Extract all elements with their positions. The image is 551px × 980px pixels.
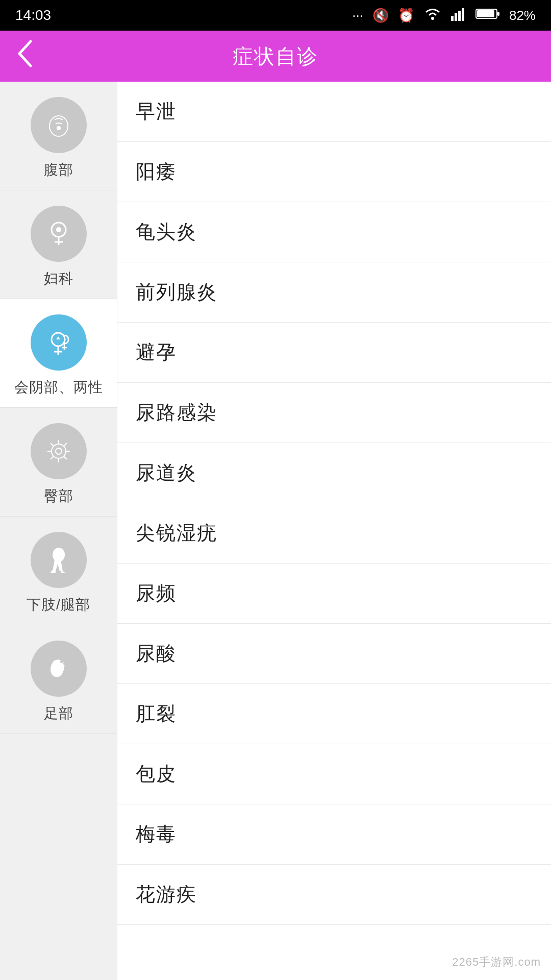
zubu-label: 足部 xyxy=(44,704,73,723)
svg-point-29 xyxy=(53,548,65,562)
svg-rect-3 xyxy=(458,11,461,21)
list-item[interactable]: 包皮 xyxy=(117,744,551,804)
list-item[interactable]: 阳痿 xyxy=(117,142,551,202)
signal-dots: ··· xyxy=(352,8,363,23)
sidebar: 腹部 妇科 xyxy=(0,82,117,980)
list-item[interactable]: 避孕 xyxy=(117,323,551,383)
main-content: 腹部 妇科 xyxy=(0,82,551,980)
svg-rect-4 xyxy=(462,8,464,21)
svg-point-30 xyxy=(60,660,63,663)
list-item[interactable]: 龟头炎 xyxy=(117,202,551,262)
battery-percent: 82% xyxy=(509,8,536,23)
list-item[interactable]: 前列腺炎 xyxy=(117,262,551,323)
list-item-text: 尿路感染 xyxy=(136,400,217,426)
fuke-icon xyxy=(31,206,87,262)
list-item[interactable]: 尿酸 xyxy=(117,624,551,684)
svg-line-25 xyxy=(51,443,54,446)
svg-point-32 xyxy=(64,666,67,669)
svg-point-0 xyxy=(431,17,434,20)
list-item-text: 花游疾 xyxy=(136,881,197,908)
fuke-label: 妇科 xyxy=(44,269,73,288)
list-item-text: 尿酸 xyxy=(136,641,177,667)
mute-icon: 🔇 xyxy=(372,8,389,23)
zubu-icon xyxy=(31,641,87,697)
status-bar: 14:03 ··· 🔇 ⏰ xyxy=(0,0,551,31)
svg-point-33 xyxy=(63,670,66,673)
list-item-text: 包皮 xyxy=(136,761,177,787)
list-item-text: 前列腺炎 xyxy=(136,279,217,305)
list-item[interactable]: 尿路感染 xyxy=(117,383,551,443)
svg-line-28 xyxy=(64,456,67,459)
svg-rect-7 xyxy=(497,12,499,16)
list-item[interactable]: 早泄 xyxy=(117,82,551,142)
list-item-text: 早泄 xyxy=(136,99,177,125)
list-item-text: 肛裂 xyxy=(136,701,177,727)
tunbu-icon xyxy=(31,423,87,479)
list-item-text: 尿频 xyxy=(136,580,177,606)
svg-line-26 xyxy=(64,443,67,446)
list-item[interactable]: 尿频 xyxy=(117,564,551,624)
watermark: 2265手游网.com xyxy=(452,954,541,970)
sidebar-item-fuke[interactable]: 妇科 xyxy=(0,190,117,299)
list-item[interactable]: 梅毒 xyxy=(117,804,551,865)
item-list: 早泄阳痿龟头炎前列腺炎避孕尿路感染尿道炎尖锐湿疣尿频尿酸肛裂包皮梅毒花游疾 xyxy=(117,82,551,980)
sidebar-item-fubu[interactable]: 腹部 xyxy=(0,82,117,190)
svg-rect-1 xyxy=(451,16,454,21)
signal-icon xyxy=(451,7,466,24)
sidebar-item-huiyinbu[interactable]: 会阴部、两性 xyxy=(0,299,117,408)
status-icons: ··· 🔇 ⏰ 82% xyxy=(352,7,536,24)
list-item-text: 阳痿 xyxy=(136,159,177,185)
sidebar-item-tunbu[interactable]: 臀部 xyxy=(0,408,117,517)
svg-point-19 xyxy=(52,444,66,458)
fubu-label: 腹部 xyxy=(44,160,73,180)
svg-point-9 xyxy=(57,126,61,130)
svg-point-13 xyxy=(56,227,61,232)
battery-icon xyxy=(475,8,500,23)
list-item[interactable]: 尖锐湿疣 xyxy=(117,503,551,564)
back-button[interactable] xyxy=(15,39,34,74)
svg-rect-2 xyxy=(455,13,457,21)
xiazhi-icon xyxy=(31,532,87,588)
list-item[interactable]: 花游疾 xyxy=(117,865,551,925)
list-item-text: 龟头炎 xyxy=(136,219,197,245)
list-item[interactable]: 尿道炎 xyxy=(117,443,551,503)
huiyinbu-label: 会阴部、两性 xyxy=(14,378,103,397)
wifi-icon xyxy=(423,7,442,24)
list-item[interactable]: 肛裂 xyxy=(117,684,551,744)
tunbu-label: 臀部 xyxy=(44,486,73,506)
sidebar-item-xiazhi[interactable]: 下肢/腿部 xyxy=(0,517,117,625)
list-item-text: 尿道炎 xyxy=(136,460,197,486)
svg-point-31 xyxy=(63,662,66,665)
header: 症状自诊 xyxy=(0,31,551,82)
svg-point-20 xyxy=(56,448,62,454)
sidebar-item-zubu[interactable]: 足部 xyxy=(0,625,117,734)
xiazhi-label: 下肢/腿部 xyxy=(27,595,90,615)
list-item-text: 避孕 xyxy=(136,339,177,365)
list-item-text: 尖锐湿疣 xyxy=(136,520,217,546)
list-item-text: 梅毒 xyxy=(136,821,177,847)
svg-line-27 xyxy=(51,456,54,459)
fubu-icon xyxy=(31,97,87,153)
svg-rect-6 xyxy=(477,10,494,17)
huiyinbu-icon xyxy=(31,314,87,371)
page-title: 症状自诊 xyxy=(233,42,318,70)
alarm-icon: ⏰ xyxy=(398,8,414,23)
status-time: 14:03 xyxy=(15,7,51,23)
